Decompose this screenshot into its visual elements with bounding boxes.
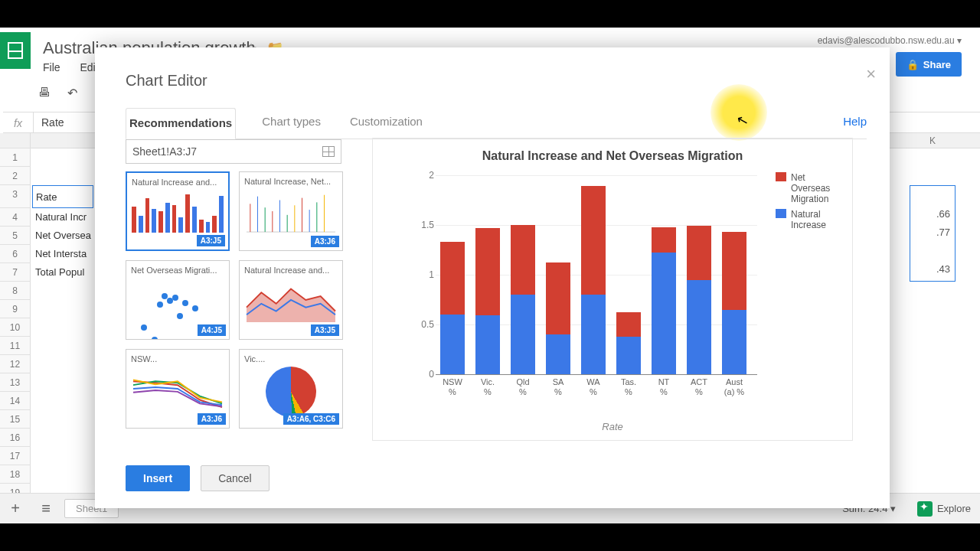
chart-thumb-2[interactable]: Natural Increase, Net... A3:J6: [239, 171, 343, 251]
menu-edit[interactable]: Edi: [80, 61, 95, 73]
lock-icon: 🔒: [906, 59, 919, 70]
select-range-icon[interactable]: [322, 146, 335, 157]
tab-recommendations[interactable]: Recommendations: [126, 108, 236, 139]
x-axis-title: Rate: [373, 421, 852, 432]
cell-a7[interactable]: Total Popul: [32, 263, 93, 282]
tab-customization[interactable]: Customization: [347, 107, 426, 139]
x-axis: NSW%Vic.%Qld%SA%WA%Tas.%NT%ACT%Aust(a) %: [436, 377, 757, 397]
data-range-input[interactable]: Sheet1!A3:J7: [126, 139, 341, 164]
user-email[interactable]: edavis@alescodubbo.nsw.edu.au ▾: [818, 35, 962, 46]
chart-thumb-4[interactable]: Natural Increase and... A3:J5: [239, 260, 343, 340]
dialog-buttons: Insert Cancel: [126, 465, 270, 491]
tab-chart-types[interactable]: Chart types: [259, 107, 324, 139]
cell-k7[interactable]: .43: [910, 263, 956, 282]
legend-item-1: Natural Increase: [791, 209, 841, 230]
cell-k5[interactable]: .77: [910, 227, 956, 245]
explore-button[interactable]: Explore: [917, 501, 971, 517]
sheets-logo-icon[interactable]: [0, 32, 31, 69]
toolbar: 🖶 ↶: [38, 86, 77, 100]
cell-a3[interactable]: Rate: [32, 185, 93, 208]
row-headers: 1234567 8910111213141516171819: [0, 133, 31, 496]
dialog-title: Chart Editor: [126, 72, 207, 90]
cell-a5[interactable]: Net Oversea: [32, 227, 93, 245]
y-axis: 00.511.52: [414, 171, 434, 374]
chart-preview: Natural Increase and Net Overseas Migrat…: [372, 138, 853, 441]
share-button-label: Share: [923, 59, 951, 70]
legend-item-0: Net Overseas Migration: [791, 172, 841, 204]
chart-legend: Net Overseas Migration Natural Increase: [776, 172, 841, 235]
chart-thumb-5[interactable]: NSW... A3:J6: [126, 349, 230, 429]
add-sheet-icon[interactable]: +: [0, 500, 31, 517]
chart-thumbnail-grid: Natural Increase and... A3:J5 Natural In…: [126, 171, 348, 429]
dialog-tabs: Recommendations Chart types Customizatio…: [126, 107, 867, 139]
column-k: K .66 .77 .43: [910, 133, 956, 282]
cell-k4[interactable]: .66: [910, 208, 956, 227]
data-range-value: Sheet1!A3:J7: [132, 145, 197, 158]
col-k-header: K: [910, 133, 956, 148]
fx-label: fx: [3, 112, 34, 132]
chart-title: Natural Increase and Net Overseas Migrat…: [373, 139, 852, 163]
cell-a4[interactable]: Natural Incr: [32, 208, 93, 227]
explore-icon: [917, 501, 933, 517]
close-icon[interactable]: ×: [866, 64, 876, 84]
google-sheets-app: Australian population growth ☆ 📁 File Ed…: [0, 28, 980, 523]
fx-value[interactable]: Rate: [34, 116, 64, 129]
menu-file[interactable]: File: [43, 61, 60, 73]
chart-thumb-3[interactable]: Net Overseas Migrati... A4:J5: [126, 260, 230, 340]
all-sheets-icon[interactable]: ≡: [31, 500, 61, 517]
help-link[interactable]: Help: [843, 107, 867, 139]
chart-plot: [436, 175, 757, 374]
cell-a6[interactable]: Net Intersta: [32, 245, 93, 263]
cancel-button[interactable]: Cancel: [201, 465, 270, 491]
chart-thumb-6[interactable]: Vic.... A3:A6, C3:C6: [239, 349, 343, 429]
share-button[interactable]: 🔒 Share: [896, 52, 962, 77]
undo-icon[interactable]: ↶: [67, 86, 77, 100]
explore-label: Explore: [937, 503, 971, 514]
print-icon[interactable]: 🖶: [38, 86, 51, 100]
insert-button[interactable]: Insert: [126, 465, 190, 491]
chart-thumb-1[interactable]: Natural Increase and... A3:J5: [126, 171, 230, 251]
chart-editor-dialog: Chart Editor × ↖ Recommendations Chart t…: [95, 47, 890, 508]
